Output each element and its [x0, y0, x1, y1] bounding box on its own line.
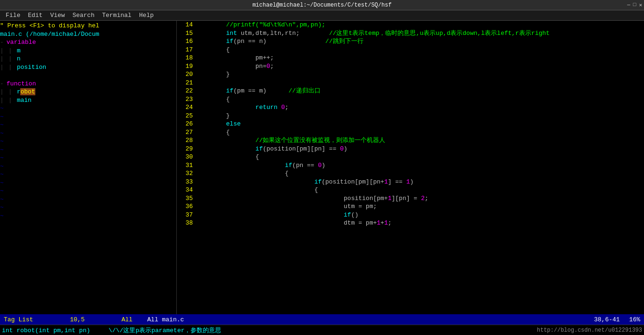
menu-terminal[interactable]: Terminal	[98, 12, 135, 19]
code-line-36: 36 utm = pm;	[177, 202, 644, 211]
menu-view[interactable]: View	[46, 12, 68, 19]
sidebar-n-row: | | n	[0, 55, 176, 63]
bottom-url: http://blog.csdn.net/u012291393	[537, 327, 642, 334]
code-line-30: 30 {	[177, 153, 644, 161]
sidebar-bar7: |	[5, 63, 13, 72]
code-line-32: 32 {	[177, 169, 644, 178]
code-line-21: 21	[177, 79, 644, 87]
bottom-middle-text: \/\/这里p表示parameter，参数的意思	[108, 327, 221, 334]
titlebar-title: michael@michael:~/Documents/C/test/SQ/hs…	[252, 2, 391, 8]
sidebar-bar5: |	[5, 55, 13, 63]
sidebar-robot-row: | | robot	[0, 88, 176, 96]
maximize-button[interactable]: □	[633, 2, 636, 8]
code-line-16: 16 if(pn == n) //跳到下一行	[177, 37, 644, 46]
sidebar-n-item: n	[13, 55, 21, 63]
menu-help[interactable]: Help	[135, 12, 157, 19]
code-line-22: 22 if(pm == m) //递归出口	[177, 87, 644, 95]
sidebar-bar11: |	[0, 96, 5, 105]
code-line-15: 15 int utm,dtm,ltn,rtn; //这里t表示temp，临时的意…	[177, 29, 644, 38]
sidebar-robot-highlight: obot	[20, 88, 35, 95]
code-line-33: 33 if(position[pm][pn+1] == 1)	[177, 178, 644, 186]
sidebar-bar4: |	[0, 55, 5, 63]
status-position-left: 10,5	[70, 316, 84, 323]
code-line-31: 31 if(pn == 0)	[177, 161, 644, 170]
status-filename: All main.c	[147, 316, 184, 323]
code-line-17: 17 {	[177, 46, 644, 54]
status-bar: Tag List 10,5 All All main.c 38,6-41 16%	[0, 314, 644, 325]
sidebar-position-item: position	[13, 63, 46, 72]
sidebar-function-label: function	[5, 80, 36, 88]
titlebar: michael@michael:~/Documents/C/test/SQ/hs…	[0, 0, 644, 10]
sidebar-bar9: |	[0, 88, 5, 96]
code-line-19: 19 pn=0;	[177, 62, 644, 71]
code-line-28: 28 //如果这个位置没有被监视，则添加一个机器人	[177, 136, 644, 145]
sidebar-bar3: |	[5, 47, 13, 55]
code-line-26: 26 else	[177, 120, 644, 128]
sidebar: " Press <F1> to display hel main.c (/hom…	[0, 21, 177, 314]
code-area: 14 //printf("%d\t%d\n",pm,pn); 15 int ut…	[177, 21, 644, 314]
code-line-14: 14 //printf("%d\t%d\n",pm,pn);	[177, 21, 644, 29]
bottom-int-kw: int	[2, 327, 17, 334]
code-line-27: 27 {	[177, 128, 644, 137]
sidebar-file: main.c (/home/michael/Docum	[0, 30, 99, 39]
sidebar-function-section-row: - function	[0, 80, 176, 88]
code-line-25: 25 }	[177, 112, 644, 120]
sidebar-m-row: | | m	[0, 47, 176, 55]
code-line-35: 35 position[pm+1][pn] = 2;	[177, 194, 644, 203]
sidebar-position-row: | | position	[0, 63, 176, 72]
code-line-24: 24 return 0;	[177, 103, 644, 112]
code-line-23: 23 {	[177, 95, 644, 104]
sidebar-header-row: " Press <F1> to display hel	[0, 22, 176, 30]
bottom-function-sig: int robot(int pm,int pn) \/\/这里p表示parame…	[2, 326, 537, 335]
sidebar-bar2: |	[0, 47, 5, 55]
status-tag-list: Tag List 10,5 All All main.c	[4, 316, 299, 323]
status-tag-label: Tag List	[4, 316, 33, 323]
close-button[interactable]: ✕	[639, 2, 642, 8]
sidebar-main-row: | | main	[0, 96, 176, 105]
sidebar-header: " Press <F1> to display hel	[0, 22, 99, 30]
menu-file[interactable]: File	[2, 12, 24, 19]
titlebar-controls[interactable]: — □ ✕	[627, 2, 642, 8]
sidebar-robot-item: robot	[13, 88, 35, 96]
bottom-bar: int robot(int pm,int pn) \/\/这里p表示parame…	[0, 325, 644, 335]
code-line-34: 34 {	[177, 186, 644, 194]
sidebar-bar8: -	[0, 80, 5, 88]
sidebar-sep1	[0, 71, 176, 80]
sidebar-bar12: |	[5, 96, 13, 105]
status-all: All	[122, 316, 132, 323]
sidebar-main-item: main	[13, 96, 32, 105]
status-position-right: 38,6-41	[594, 316, 620, 323]
sidebar-bar1: -	[0, 38, 5, 47]
status-percent: 16%	[629, 316, 640, 323]
code-line-29: 29 if(position[pm][pn] == 0)	[177, 145, 644, 153]
code-line-38: 38 dtm = pm+1+1;	[177, 219, 644, 227]
sidebar-m-item: m	[13, 47, 21, 55]
menubar: File Edit View Search Terminal Help	[0, 10, 644, 21]
bottom-func-sig: robot(int pm,int pn)	[17, 327, 90, 334]
sidebar-bar6: |	[0, 63, 5, 72]
code-line-20: 20 }	[177, 70, 644, 79]
sidebar-variable-section-row: - variable	[0, 38, 176, 47]
menu-edit[interactable]: Edit	[24, 12, 46, 19]
code-line-18: 18 pm++;	[177, 54, 644, 62]
minimize-button[interactable]: —	[627, 2, 630, 8]
code-line-37: 37 if()	[177, 211, 644, 219]
menu-search[interactable]: Search	[69, 12, 99, 19]
sidebar-tildes: ~~~~~ ~~~~~ ~~~~	[0, 104, 176, 220]
sidebar-variable-label: variable	[5, 38, 36, 47]
main-content: " Press <F1> to display hel main.c (/hom…	[0, 21, 644, 314]
sidebar-file-row: main.c (/home/michael/Docum	[0, 30, 176, 39]
sidebar-bar10: |	[5, 88, 13, 96]
